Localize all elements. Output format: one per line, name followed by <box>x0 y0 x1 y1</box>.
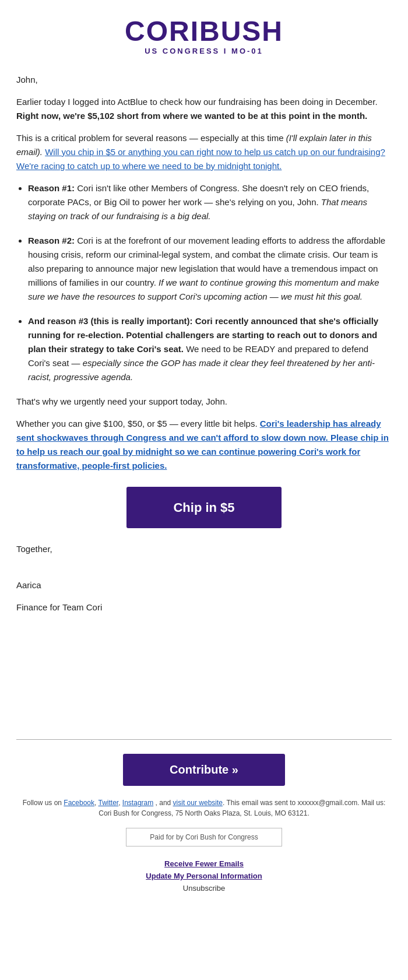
footer-links: Receive Fewer Emails Update My Personal … <box>16 859 392 880</box>
greeting: John, <box>16 73 392 87</box>
update-info-link[interactable]: Update My Personal Information <box>16 872 392 880</box>
signature-title: Finance for Team Cori <box>16 600 392 614</box>
paragraph-4: Whether you can give $100, $50, or $5 — … <box>16 417 392 473</box>
receive-fewer-emails-link[interactable]: Receive Fewer Emails <box>16 859 392 868</box>
follow-text: Follow us on <box>23 799 62 807</box>
email-footer: Contribute » Follow us on Facebook, Twit… <box>0 754 408 910</box>
instagram-link[interactable]: Instagram <box>122 799 153 807</box>
and-text: , and <box>156 799 171 807</box>
reason-2: Reason #2: Cori is at the forefront of o… <box>28 234 392 304</box>
email-header: CORIBUSH US CONGRESS I MO-01 <box>0 0 408 67</box>
reason1-label: Reason #1: <box>28 183 75 193</box>
paragraph-2: This is a critical problem for several r… <box>16 131 392 173</box>
paragraph-3: That's why we urgently need your support… <box>16 395 392 409</box>
paragraph1-text: Earlier today I logged into ActBlue to c… <box>16 97 378 107</box>
twitter-link[interactable]: Twitter <box>99 799 119 807</box>
reason3-label: And reason #3 (this is really important)… <box>28 316 193 326</box>
paragraph1-bold: Right now, we're $5,102 short from where… <box>16 111 367 121</box>
logo-subtitle: US CONGRESS I MO-01 <box>12 47 396 55</box>
spacer <box>16 623 392 728</box>
reason1-text: Cori isn't like other Members of Congres… <box>28 183 369 207</box>
paid-by-wrapper: Paid for by Cori Bush for Congress <box>16 828 392 855</box>
paragraph2-link[interactable]: Will you chip in $5 or anything you can … <box>16 147 385 171</box>
paid-by-text: Paid for by Cori Bush for Congress <box>126 828 282 846</box>
facebook-link[interactable]: Facebook <box>64 799 94 807</box>
donate-button-wrapper: Chip in $5 <box>16 487 392 528</box>
footer-divider <box>16 739 392 740</box>
email-body: John, Earlier today I logged into ActBlu… <box>0 67 408 739</box>
footer-follow-text: Follow us on Facebook, Twitter, Instagra… <box>16 798 392 819</box>
contribute-button[interactable]: Contribute » <box>123 754 285 786</box>
logo: CORIBUSH <box>12 17 396 45</box>
signature-name: Aarica <box>16 578 392 592</box>
logo-bush: BUSH <box>199 16 283 47</box>
website-link[interactable]: visit our website <box>173 799 223 807</box>
paragraph2-plain: This is a critical problem for several r… <box>16 133 286 143</box>
paragraph4-plain: Whether you can give $100, $50, or $5 — … <box>16 419 260 428</box>
unsubscribe-text: Unsubscribe <box>16 884 392 893</box>
reason2-label: Reason #2: <box>28 236 75 245</box>
reason-3: And reason #3 (this is really important)… <box>28 314 392 384</box>
contribute-button-wrapper: Contribute » <box>16 754 392 786</box>
logo-cori: CORI <box>125 16 199 47</box>
email-wrapper: CORIBUSH US CONGRESS I MO-01 John, Earli… <box>0 0 408 910</box>
donate-button[interactable]: Chip in $5 <box>126 487 281 528</box>
email-signature: Together, Aarica Finance for Team Cori <box>16 542 392 614</box>
paragraph-1: Earlier today I logged into ActBlue to c… <box>16 95 392 123</box>
closing: Together, <box>16 542 392 556</box>
reason-1: Reason #1: Cori isn't like other Members… <box>28 181 392 223</box>
reasons-list: Reason #1: Cori isn't like other Members… <box>28 181 392 384</box>
